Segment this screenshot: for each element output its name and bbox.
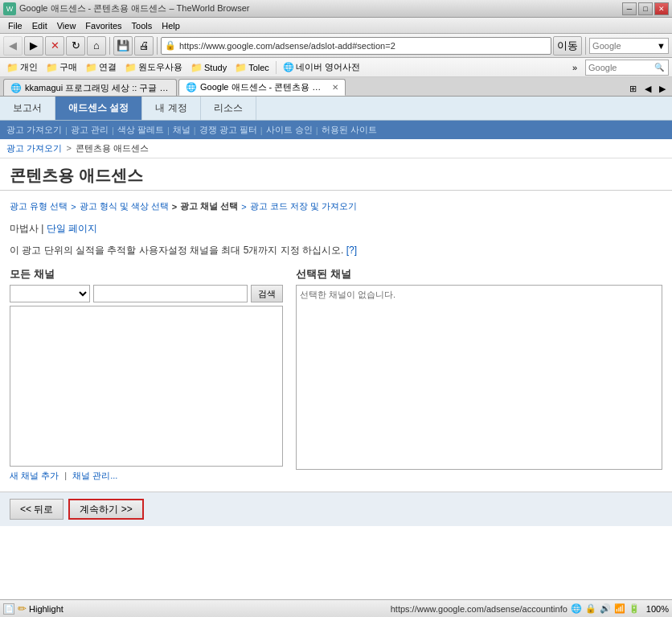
status-left: 📄 ✏ Highlight bbox=[3, 603, 387, 615]
tab-close-button[interactable]: ✕ bbox=[332, 83, 338, 92]
wizard-steps: 광고 유형 선택 > 광고 형식 및 색상 선택 > 광고 채널 선택 > 광고… bbox=[10, 197, 662, 219]
folder-icon: 📁 bbox=[85, 62, 97, 73]
tab-favicon-1: 🌐 bbox=[186, 82, 197, 93]
status-icon-battery: 🔋 bbox=[629, 603, 640, 614]
forward-button[interactable]: ▶ bbox=[24, 36, 43, 56]
home-button[interactable]: ⌂ bbox=[87, 36, 106, 56]
subnav-allowed-sites[interactable]: 허용된 사이트 bbox=[322, 124, 377, 136]
wizard-step-1[interactable]: 광고 유형 선택 bbox=[10, 200, 68, 212]
tab-adsense[interactable]: 🌐 Google 애드센스 - 콘텐츠용 애...센 ✕ bbox=[178, 79, 346, 96]
subnav-color-palette[interactable]: 색상 팔레트 bbox=[117, 124, 164, 136]
refresh-button[interactable]: ↻ bbox=[66, 36, 85, 56]
wizard-step-3: 광고 채널 선택 bbox=[180, 200, 238, 212]
address-url: https://www.google.com/adsense/adslot-ad… bbox=[179, 41, 395, 51]
breadcrumb-home-link[interactable]: 광고 가져오기 bbox=[6, 143, 62, 153]
status-icon-volume: 🔊 bbox=[600, 603, 611, 614]
channel-list-box[interactable] bbox=[10, 306, 283, 467]
wizard-step-4[interactable]: 광고 코드 저장 및 가져오기 bbox=[250, 200, 357, 212]
channel-search-row: 검색 bbox=[10, 285, 283, 302]
wizard-step-4-link[interactable]: 광고 코드 저장 및 가져오기 bbox=[250, 201, 357, 211]
toolbar-separator-3 bbox=[585, 37, 586, 55]
selected-channel-box[interactable]: 선택한 채널이 없습니다. bbox=[296, 285, 662, 470]
search-box: ▼ bbox=[589, 38, 669, 54]
tab-prev-button[interactable]: ◀ bbox=[641, 82, 654, 96]
tab-kkamagui[interactable]: 🌐 kkamagui 프로그래밍 세상 :: 구글 애드센스를 ... bbox=[3, 79, 177, 96]
lock-icon: 🔒 bbox=[165, 40, 176, 51]
tab-next-button[interactable]: ▶ bbox=[656, 82, 669, 96]
continue-button[interactable]: 계속하기 >> bbox=[68, 499, 143, 520]
help-link[interactable]: [?] bbox=[346, 245, 357, 256]
mabeobsa-label: 마법사 bbox=[10, 223, 39, 234]
subnav-channel[interactable]: 채널 bbox=[173, 124, 191, 136]
minimize-button[interactable]: ─ bbox=[622, 2, 637, 15]
wizard-arrow-1: > bbox=[71, 202, 76, 212]
menu-edit[interactable]: Edit bbox=[27, 19, 52, 32]
add-channel-link[interactable]: 새 채널 추가 bbox=[10, 471, 59, 480]
fav-globe-naver[interactable]: 🌐네이버 영어사전 bbox=[280, 60, 363, 75]
folder-icon: 📁 bbox=[191, 62, 203, 73]
maximize-button[interactable]: □ bbox=[638, 2, 653, 15]
globe-icon: 🌐 bbox=[283, 62, 294, 72]
close-button[interactable]: ✕ bbox=[654, 2, 669, 15]
fav-folder-purchase[interactable]: 📁구매 bbox=[43, 60, 80, 75]
channel-category-select[interactable] bbox=[10, 285, 90, 302]
subnav-competitive-filter[interactable]: 경쟁 광고 필터 bbox=[199, 124, 257, 136]
fav-folder-personal[interactable]: 📁개인 bbox=[3, 60, 41, 75]
tab-label-0: kkamagui 프로그래밍 세상 :: 구글 애드센스를 ... bbox=[25, 82, 170, 94]
nav-resources[interactable]: 리소스 bbox=[201, 97, 256, 120]
fav-search-input[interactable] bbox=[588, 63, 653, 72]
save-button[interactable]: 💾 bbox=[113, 36, 133, 56]
selected-channel-empty-text: 선택한 채널이 없습니다. bbox=[300, 290, 395, 299]
wizard-step-2[interactable]: 광고 형식 및 색상 선택 bbox=[80, 200, 169, 212]
subnav-site-approval[interactable]: 사이트 승인 bbox=[266, 124, 313, 136]
menu-file[interactable]: File bbox=[3, 19, 27, 32]
toolbar: ◀ ▶ ✕ ↻ ⌂ 💾 🖨 🔒 https://www.google.com/a… bbox=[0, 34, 672, 58]
fav-extend-button[interactable]: » bbox=[568, 61, 582, 74]
wizard-step-1-link[interactable]: 광고 유형 선택 bbox=[10, 201, 68, 211]
wizard-step-2-link[interactable]: 광고 형식 및 색상 선택 bbox=[80, 201, 169, 211]
fav-search-btn[interactable]: 🔍 bbox=[653, 63, 666, 72]
fav-folder-tolec[interactable]: 📁Tolec bbox=[232, 60, 272, 75]
app-icon: W bbox=[3, 2, 16, 15]
menu-favorites[interactable]: Favorites bbox=[80, 19, 126, 32]
channel-search-button[interactable]: 검색 bbox=[251, 285, 283, 302]
print-button[interactable]: 🖨 bbox=[134, 36, 154, 56]
right-panel: 선택된 채널 선택한 채널이 없습니다. bbox=[296, 267, 662, 485]
manage-channel-link[interactable]: 채널 관리... bbox=[72, 471, 117, 480]
channel-search-input[interactable] bbox=[93, 285, 248, 302]
highlight-pen-icon: ✏ bbox=[18, 603, 27, 615]
back-nav-button[interactable]: << 뒤로 bbox=[10, 499, 64, 520]
nav-reports[interactable]: 보고서 bbox=[0, 97, 55, 120]
two-column-layout: 모든 채널 검색 새 채널 추가 | 채널 관리... 선택된 채널 bbox=[10, 267, 662, 485]
menu-help[interactable]: Help bbox=[157, 19, 185, 32]
search-button[interactable]: ▼ bbox=[657, 41, 666, 51]
fav-folder-windows[interactable]: 📁원도우사용 bbox=[121, 60, 186, 75]
folder-icon: 📁 bbox=[6, 62, 18, 73]
main-navigation: 보고서 애드센스 설정 내 계정 리소스 bbox=[0, 97, 672, 121]
subnav-get-ads[interactable]: 광고 가져오기 bbox=[6, 124, 62, 136]
page-title: 콘텐츠용 애드센스 bbox=[0, 158, 672, 191]
tab-menu-button[interactable]: ⊞ bbox=[626, 82, 640, 96]
menu-tools[interactable]: Tools bbox=[127, 19, 158, 32]
status-icon-globe: 🌐 bbox=[571, 603, 582, 614]
google-search-input[interactable] bbox=[592, 41, 657, 51]
page-content: 보고서 애드센스 설정 내 계정 리소스 광고 가져오기 | 광고 관리 | 색… bbox=[0, 97, 672, 599]
status-url: https://www.google.com/adsense/accountin… bbox=[387, 604, 571, 614]
nav-adsense-settings[interactable]: 애드센스 설정 bbox=[55, 97, 142, 120]
all-channels-title: 모든 채널 bbox=[10, 267, 283, 285]
fav-folder-study[interactable]: 📁Study bbox=[187, 60, 230, 75]
mabeobsa-link[interactable]: 단일 페이지 bbox=[47, 223, 97, 234]
fav-folder-connect[interactable]: 📁연결 bbox=[82, 60, 120, 75]
tab-bar: 🌐 kkamagui 프로그래밍 세상 :: 구글 애드센스를 ... 🌐 Go… bbox=[0, 77, 672, 97]
menu-view[interactable]: View bbox=[52, 19, 81, 32]
nav-my-account[interactable]: 내 계정 bbox=[142, 97, 200, 120]
address-bar[interactable]: 🔒 https://www.google.com/adsense/adslot-… bbox=[161, 37, 551, 55]
back-button[interactable]: ◀ bbox=[3, 36, 23, 56]
zoom-level: 100% bbox=[646, 604, 669, 614]
highlight-button[interactable]: ✏ Highlight bbox=[18, 603, 64, 615]
button-bar: << 뒤로 계속하기 >> bbox=[0, 492, 672, 526]
subnav-manage-ads[interactable]: 광고 관리 bbox=[71, 124, 109, 136]
status-icon-lock: 🔒 bbox=[585, 603, 596, 614]
stop-button[interactable]: ✕ bbox=[45, 36, 64, 56]
address-go-button[interactable]: 이동 bbox=[553, 36, 582, 56]
